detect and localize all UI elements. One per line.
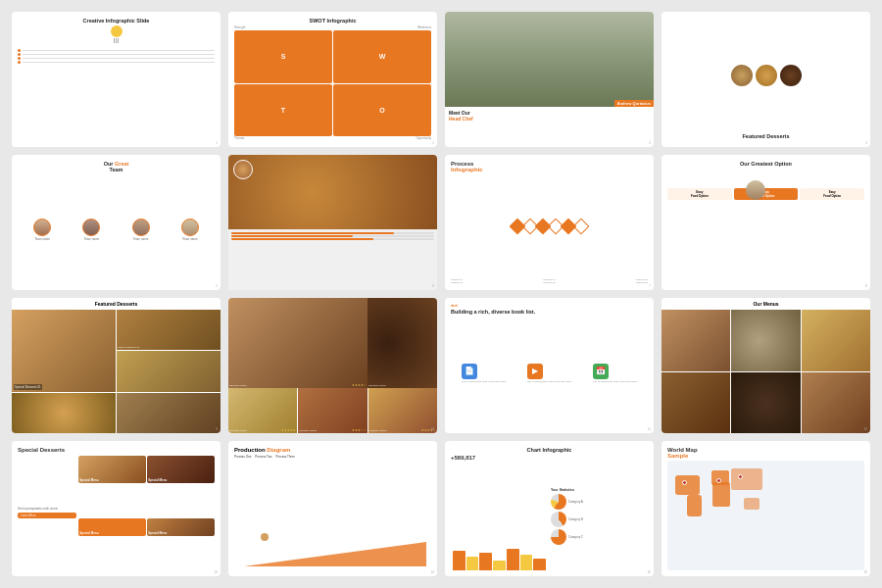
slide-11-title: Building a rich, diverse book list.: [451, 309, 648, 316]
team-name-2: Team name: [82, 237, 100, 241]
slide-12-title: Our Menus: [662, 298, 870, 310]
chef-body: [260, 541, 270, 551]
pie-label-2: Category B: [568, 517, 583, 521]
photo-4-stars: ★★★☆☆: [352, 428, 367, 432]
option-3-label: EasyFood Option: [802, 190, 862, 198]
bulb-circle: [111, 25, 122, 37]
dot-icon: [18, 53, 21, 56]
slide-15: Chart Infographic +589,817 Your Statisti…: [445, 441, 654, 576]
calendar-icon: 📅: [593, 364, 609, 379]
slide-3: Andrew Quriavius Meet OurHead Chef 3: [445, 12, 654, 147]
photo-2: Desserts Option: [368, 298, 437, 388]
slides-grid: Creative Infographic Slide: [12, 12, 870, 576]
team-photo-2: [82, 219, 100, 236]
process-label-1: Process One: [234, 455, 251, 459]
info-row: [18, 61, 215, 64]
option-2: EasyFood Option: [734, 188, 799, 200]
slide-number: 9: [216, 427, 218, 431]
chef-figure: [259, 533, 270, 551]
play-icon: ▶: [527, 364, 543, 379]
process-label-3: Process Three: [275, 455, 294, 459]
bar-chart: [451, 462, 548, 570]
feature-labels-2: Feature 04 Feature 05 Feature 06: [451, 281, 648, 284]
panel-2: Special Menu: [147, 456, 215, 483]
slide-7-title: ProcessInfographic: [451, 161, 648, 172]
slide-4: Featured Desserts 4: [662, 12, 870, 147]
food-bar-1: [231, 232, 434, 234]
slide-3-title: Meet OurHead Chef: [449, 110, 650, 122]
bar-7: [533, 559, 546, 570]
team-name-3: Team name: [132, 237, 150, 241]
panel-3-label: Special Menu: [79, 531, 98, 535]
bulb-line: [118, 38, 119, 43]
slide-1-rows: [18, 49, 215, 64]
chef-photo: Andrew Quriavius: [445, 12, 654, 107]
food-bar-fill-2: [231, 235, 353, 237]
slide-1: Creative Infographic Slide: [12, 12, 220, 147]
swot-strength-label: Strength: [234, 25, 245, 29]
option-3: EasyFood Option: [800, 188, 864, 200]
food-bar-fill-3: [231, 238, 373, 240]
icon-group-2: ▶ Sed ut perspiciatis unde omnis iste na…: [527, 364, 571, 383]
slide-7-accent: Infographic: [451, 167, 483, 172]
pie-chart-2: [551, 512, 566, 527]
slide-1-title: Creative Infographic Slide: [18, 18, 215, 24]
food-content: [228, 229, 437, 290]
chart-area: Your Statistics Category A Category B Ca…: [451, 462, 648, 570]
chef-head: [261, 533, 269, 541]
slide-2-title: SWOT Infographic: [234, 18, 431, 24]
panel-3: Special Menu: [78, 518, 146, 536]
cta-button[interactable]: Learn More: [18, 513, 76, 518]
photo-2-label: Desserts Option: [368, 384, 386, 387]
slide-13-title: Special Desserts: [18, 447, 215, 453]
map-pin-2: [716, 478, 721, 483]
menu-img-3: [802, 310, 870, 371]
slide-2: SWOT Infographic Strength Weakness S W T…: [228, 12, 437, 147]
swot-opportunity-label: Opportunity: [416, 136, 431, 140]
feature-label-5: Feature 05: [543, 281, 555, 284]
icon-2-desc: Sed ut perspiciatis unde omnis iste natu…: [527, 380, 571, 383]
stat-label: Your Statistics: [551, 488, 648, 492]
panel-4-label: Special Menu: [148, 531, 167, 535]
swot-t: T: [234, 84, 332, 137]
icon-3-desc: Sed ut perspiciatis unde omnis iste natu…: [593, 380, 637, 383]
slide-9: Featured Desserts Special Desserts 01 Sp…: [12, 298, 220, 433]
team-photo-1: [33, 219, 51, 236]
slide-number: 10: [431, 427, 434, 431]
slide-4-title: Featured Desserts: [667, 133, 864, 139]
photo-5: Desserts Option ★★★★☆: [368, 388, 437, 433]
bar-1: [453, 551, 466, 570]
photos-row: Desserts Option ★★★★☆ Desserts Option De…: [228, 298, 437, 433]
slide-number: 6: [432, 284, 434, 288]
team-name-1: Team name: [33, 237, 51, 241]
dessert-circle-2: [756, 65, 777, 86]
slide-11: deck Building a rich, diverse book list.…: [445, 298, 654, 433]
slide-number: 15: [648, 570, 651, 574]
bar-6: [520, 555, 533, 570]
team-member-2: Team name: [82, 219, 100, 241]
food-bar-3: [231, 238, 434, 240]
icons-row: 📄 Sed ut perspiciatis unde omnis iste na…: [451, 318, 648, 427]
option-2-label: EasyFood Option: [736, 190, 797, 198]
info-line: [23, 50, 215, 51]
chef-info: Meet OurHead Chef: [445, 107, 654, 124]
team-member-1: Team name: [33, 219, 51, 241]
slide-7: ProcessInfographic Feature 01 Feature 02…: [445, 155, 654, 290]
pie-row-1: Category A: [551, 494, 648, 510]
slide-10: Desserts Option ★★★★☆ Desserts Option De…: [228, 298, 437, 433]
bar-3: [479, 553, 492, 570]
panel-4: Special Menu: [147, 518, 215, 536]
bar-4: [493, 561, 506, 570]
swot-threats-label: Threats: [234, 136, 244, 140]
process-labels: Process One Process Two Process Three: [234, 455, 431, 459]
photo-3: Desserts Option ★★★★★: [228, 388, 297, 433]
option-1: EasyFood Option: [667, 188, 732, 200]
dessert-circles: [667, 18, 864, 133]
map-pin-3: [738, 474, 743, 479]
team-member-3: Team name: [132, 219, 150, 241]
diamond-shape-6: [573, 218, 590, 234]
photos-row-1: Desserts Option ★★★★☆ Desserts Option: [228, 298, 437, 388]
slide-8-title: Our Greatest Option: [667, 161, 864, 167]
dot-icon: [18, 61, 21, 64]
book-icon: 📄: [462, 364, 477, 379]
